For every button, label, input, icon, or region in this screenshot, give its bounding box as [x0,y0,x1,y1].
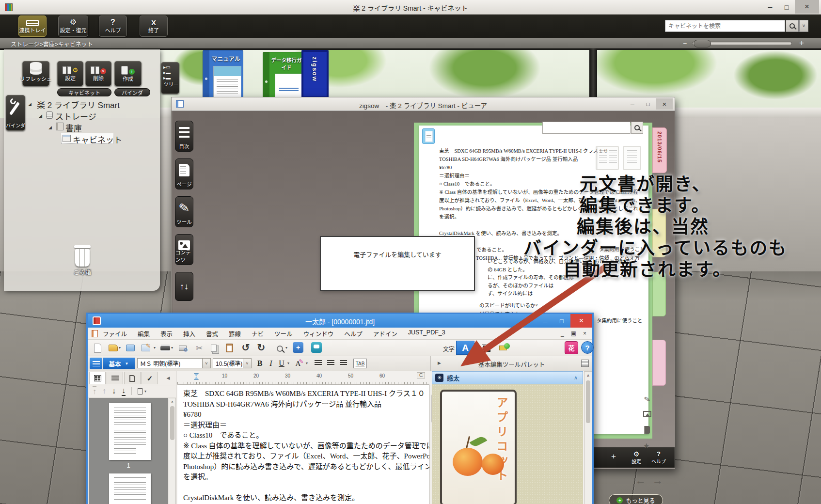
find-button[interactable] [274,343,285,354]
viewer-search-button[interactable] [631,122,643,134]
dropdown-icon[interactable]: ▾ [119,346,121,350]
menu-window[interactable]: ウィンドウ [303,329,334,338]
zoom-in-button[interactable]: + [797,38,806,48]
scroll-up-icon[interactable]: ∧ [584,372,592,379]
dropdown-icon[interactable]: ▾ [287,361,289,365]
page-button[interactable]: ページ [175,158,193,189]
page2-thumbnail[interactable] [109,473,151,504]
move-bottom-icon[interactable]: ↓ [122,386,126,396]
page-insert-icon[interactable] [138,388,142,394]
align-right-button[interactable] [340,360,347,365]
minimize-button[interactable]: – [762,1,778,14]
thumb-tab-list[interactable] [107,372,123,384]
viewer-search-input[interactable] [542,122,631,134]
menu-view[interactable]: 表示 [160,329,173,338]
palette-scrollbar[interactable]: ∧ [584,371,592,504]
table-mode-button[interactable] [478,342,494,354]
viewer-maximize-button[interactable]: □ [641,99,655,109]
thumb-tab-grid[interactable] [89,372,106,384]
menu-navi[interactable]: ナビ [252,329,264,338]
star-tool-icon[interactable]: ★ [643,441,649,450]
italic-button[interactable]: I [266,358,276,369]
doc-minimize-icon[interactable]: _ [561,330,564,337]
font-select[interactable]: ＭＳ 明朝(標準) ˅ [137,358,211,368]
zoom-slider-handle[interactable] [694,40,711,47]
move-top-icon[interactable]: ↑ [93,386,96,396]
thumb-tab-check[interactable]: ✓ [142,372,158,384]
thumbnail-scrollbar[interactable]: ∧ [169,398,176,504]
bold-button[interactable]: B [254,358,265,369]
move-down-icon[interactable]: ↓ [112,387,116,395]
scroll-up-icon[interactable]: ∧ [169,398,175,405]
cut-button[interactable]: ✂ [193,342,205,354]
menu-format[interactable]: 書式 [206,329,218,338]
save-edit-button[interactable]: ✎ [140,342,152,354]
dropdown-icon[interactable]: ▾ [285,346,287,350]
size-select[interactable]: 10.5(標準) ˅ [213,358,252,368]
search-dropdown-button[interactable]: ˅ [799,20,808,32]
ichitaro-close[interactable]: × [570,314,592,328]
viewer-zoom-in[interactable]: + [609,451,618,462]
doc-restore-icon[interactable]: ▣ [571,330,576,337]
prev-arrow-icon[interactable]: ← [635,474,646,487]
save-in-button[interactable] [125,342,136,354]
palette-menu-button[interactable] [90,358,102,369]
page1-thumbnail[interactable] [109,403,151,460]
font-color-button[interactable]: A ✎ [294,358,305,369]
menu-edit[interactable]: 編集 [138,329,150,338]
align-left-button[interactable] [315,360,322,365]
collapse-up-icon[interactable]: ∧ [574,375,578,381]
tray-button[interactable]: 連携トレイ [18,16,47,37]
settings-restore-button[interactable]: ⚙ 設定・復元 [58,16,88,37]
next-arrow-icon[interactable]: → [652,474,663,487]
document-area[interactable]: 東芝 SDXC 64GB R95MB/s W60MB/s EXCERIA TYP… [177,385,429,504]
tree-item-cabinet[interactable]: キャビネット [73,133,122,145]
viewer-settings-button[interactable]: ⚙ 設定 [626,449,647,467]
addon-button[interactable]: + [292,342,304,353]
delete-button[interactable]: × 削除 [85,61,111,86]
index-tab-pink[interactable] [652,340,666,386]
viewer-help-button[interactable]: ? ヘルプ [648,449,669,467]
new-doc-button[interactable] [92,342,103,354]
two-page-view-icon[interactable] [596,146,619,170]
binder-zigsow[interactable]: zigsow [301,50,329,98]
menu-file[interactable]: ファイル [103,329,127,338]
open-button[interactable] [107,342,119,354]
redo-button[interactable]: ↻ [255,342,267,353]
dropdown-icon[interactable]: ▾ [171,346,173,350]
dropdown-icon[interactable]: ▾ [306,361,308,365]
close-button[interactable]: × [795,0,819,14]
style-set-button[interactable]: 基本 ▼ [103,358,135,369]
dropdown-icon[interactable]: ▾ [154,346,156,350]
menu-tools[interactable]: ツール [274,329,293,338]
viewer-close-button[interactable]: × [656,98,673,110]
cabinet-settings-button[interactable]: ⚙ 設定 [57,61,83,86]
menu-justpdf[interactable]: JUST_PDF_3 [408,329,445,338]
kanta-card[interactable]: アプリコット [440,390,517,504]
image-tool-icon[interactable] [643,411,651,417]
print-button[interactable] [159,342,171,354]
search-button[interactable] [786,20,799,32]
maximize-button[interactable]: □ [778,1,795,14]
palette-list-icon[interactable] [581,360,589,367]
zoom-out-button[interactable]: − [680,39,689,47]
doc-close-icon[interactable]: × [583,330,586,337]
tab-marker-icon[interactable] [194,373,199,380]
contents-button[interactable]: コンテンツ [175,234,193,265]
viewer-minimize-button[interactable]: – [625,99,640,109]
toc-button[interactable]: 目次 [175,121,193,152]
print-settings-button[interactable]: ⚙ [177,342,189,354]
hanako-button[interactable]: 花 [565,341,578,354]
one-page-view-icon[interactable] [623,146,641,170]
expander-icon[interactable]: ◢ [48,125,52,130]
ichitaro-minimize[interactable]: – [537,315,553,326]
expander-icon[interactable]: ◢ [28,102,32,107]
document-icon[interactable] [422,128,435,144]
tree-item-storage[interactable]: ストレージ [55,110,96,122]
char-mode-button[interactable]: A [456,341,474,355]
create-button[interactable]: + 作成 [114,61,142,86]
trash-button[interactable]: ごみ箱 [68,245,97,280]
copy-button[interactable] [208,342,220,354]
cabinet-search-input[interactable] [665,20,785,32]
tree-item-root[interactable]: 楽 2 ライブラリ Smart [37,98,120,110]
